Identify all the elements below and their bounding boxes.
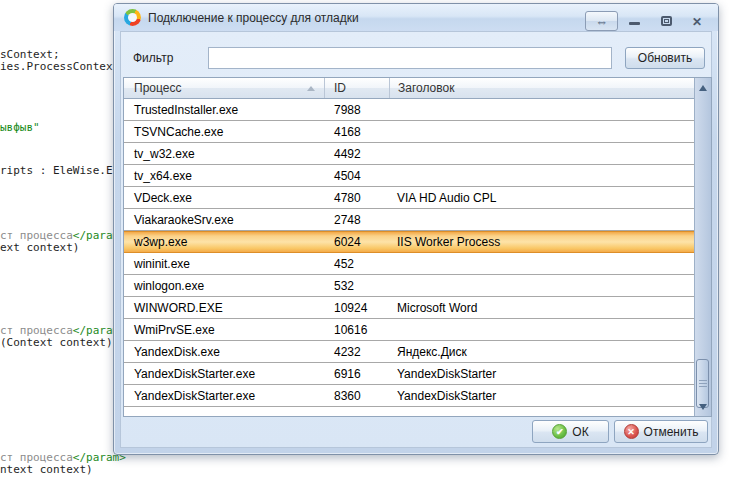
table-row[interactable]: TSVNCache.exe 4168 <box>124 121 694 143</box>
cell-id: 8360 <box>324 389 389 403</box>
cell-id: 10616 <box>324 323 389 337</box>
attach-process-dialog: Подключение к процессу для отладки Фильт… <box>113 3 719 455</box>
filter-input[interactable] <box>208 47 612 69</box>
cell-title: Microsoft Word <box>389 301 694 315</box>
column-header-process-label: Процесс <box>134 81 181 95</box>
vertical-scrollbar[interactable] <box>694 78 711 416</box>
cell-id: 4492 <box>324 147 389 161</box>
ok-button-label: ОК <box>572 425 588 439</box>
scrollbar-grip-icon <box>699 380 707 388</box>
minimize-icon <box>629 22 640 25</box>
cell-id: 4232 <box>324 345 389 359</box>
cell-process: TSVNCache.exe <box>124 125 324 139</box>
table-row[interactable]: tv_w32.exe 4492 <box>124 143 694 165</box>
arrow-up-icon <box>699 85 707 91</box>
table-row[interactable]: ViakaraokeSrv.exe 2748 <box>124 209 694 231</box>
table-body: TrustedInstaller.exe 7988 TSVNCache.exe … <box>124 99 694 407</box>
code-line: ext context) <box>0 242 79 254</box>
cell-title: IIS Worker Process <box>389 235 694 249</box>
cancel-button-label: Отменить <box>644 425 699 439</box>
ok-check-icon <box>552 424 567 439</box>
code-line: ывфыв" <box>0 122 40 134</box>
sort-ascending-icon <box>307 86 315 91</box>
cell-process: tv_x64.exe <box>124 169 324 183</box>
cell-process: YandexDiskStarter.exe <box>124 389 324 403</box>
dock-toggle-button[interactable] <box>585 11 618 31</box>
table-row[interactable]: YandexDiskStarter.exe 6916 YandexDiskSta… <box>124 363 694 385</box>
column-header-id[interactable]: ID <box>324 78 389 98</box>
cell-title: Яндекс.Диск <box>389 345 694 359</box>
cell-title: YandexDiskStarter <box>389 367 694 381</box>
table-header: Процесс ID Заголовок <box>124 78 694 99</box>
table-row[interactable]: WINWORD.EXE 10924 Microsoft Word <box>124 297 694 319</box>
column-header-title-label: Заголовок <box>398 81 454 95</box>
cell-process: VDeck.exe <box>124 191 324 205</box>
cell-id: 10924 <box>324 301 389 315</box>
table-row[interactable]: winlogon.exe 532 <box>124 275 694 297</box>
cell-id: 4168 <box>324 125 389 139</box>
scroll-up-button[interactable] <box>695 79 711 96</box>
column-header-id-label: ID <box>334 81 346 95</box>
table-row[interactable]: TrustedInstaller.exe 7988 <box>124 99 694 121</box>
table-row[interactable]: YandexDiskStarter.exe 8360 YandexDiskSta… <box>124 385 694 407</box>
table-row[interactable]: WmiPrvSE.exe 10616 <box>124 319 694 341</box>
cell-process: WINWORD.EXE <box>124 301 324 315</box>
cell-process: w3wp.exe <box>124 235 324 249</box>
cancel-x-icon <box>624 424 639 439</box>
table-row[interactable]: tv_x64.exe 4504 <box>124 165 694 187</box>
arrow-down-icon <box>699 404 707 410</box>
elma-logo-icon <box>124 9 141 26</box>
cell-id: 7988 <box>324 103 389 117</box>
cell-process: TrustedInstaller.exe <box>124 103 324 117</box>
minimize-button[interactable] <box>623 13 645 29</box>
close-icon <box>692 12 702 30</box>
filter-label: Фильтр <box>133 51 173 65</box>
cell-process: tv_w32.exe <box>124 147 324 161</box>
restore-button[interactable] <box>655 12 677 29</box>
cell-id: 452 <box>324 257 389 271</box>
column-header-title[interactable]: Заголовок <box>389 78 694 98</box>
cancel-button[interactable]: Отменить <box>614 420 708 443</box>
code-line: ies.ProcessContext <box>0 61 119 73</box>
restore-icon <box>661 16 672 26</box>
column-header-process[interactable]: Процесс <box>124 78 324 98</box>
cell-id: 532 <box>324 279 389 293</box>
refresh-button-label: Обновить <box>638 51 692 65</box>
cell-title: VIA HD Audio CPL <box>389 191 694 205</box>
close-button[interactable] <box>685 12 709 29</box>
table-row[interactable]: wininit.exe 452 <box>124 253 694 275</box>
code-line: (Context context) <box>0 337 113 349</box>
table-row-selected[interactable]: w3wp.exe 6024 IIS Worker Process <box>124 231 694 253</box>
cell-process: ViakaraokeSrv.exe <box>124 213 324 227</box>
cell-process: wininit.exe <box>124 257 324 271</box>
refresh-button[interactable]: Обновить <box>625 47 705 69</box>
code-line: ntext context) <box>0 464 93 476</box>
cell-id: 4504 <box>324 169 389 183</box>
scroll-down-button[interactable] <box>695 398 711 415</box>
code-line: ripts : EleWise.El <box>0 165 119 177</box>
cell-id: 4780 <box>324 191 389 205</box>
cell-process: winlogon.exe <box>124 279 324 293</box>
cell-process: YandexDisk.exe <box>124 345 324 359</box>
table-row[interactable]: VDeck.exe 4780 VIA HD Audio CPL <box>124 187 694 209</box>
cell-title: YandexDiskStarter <box>389 389 694 403</box>
cell-process: YandexDiskStarter.exe <box>124 367 324 381</box>
table-row[interactable]: YandexDisk.exe 4232 Яндекс.Диск <box>124 341 694 363</box>
cell-id: 2748 <box>324 213 389 227</box>
ok-button[interactable]: ОК <box>532 420 609 443</box>
dialog-content: Фильтр Обновить Процесс ID Заголовок Tru… <box>120 31 712 448</box>
cell-process: WmiPrvSE.exe <box>124 323 324 337</box>
dialog-title: Подключение к процессу для отладки <box>148 11 359 25</box>
dialog-titlebar[interactable]: Подключение к процессу для отладки <box>114 4 718 31</box>
cell-id: 6024 <box>324 235 389 249</box>
cell-id: 6916 <box>324 367 389 381</box>
process-table: Процесс ID Заголовок TrustedInstaller.ex… <box>123 77 712 417</box>
resize-arrows-icon <box>595 12 608 30</box>
